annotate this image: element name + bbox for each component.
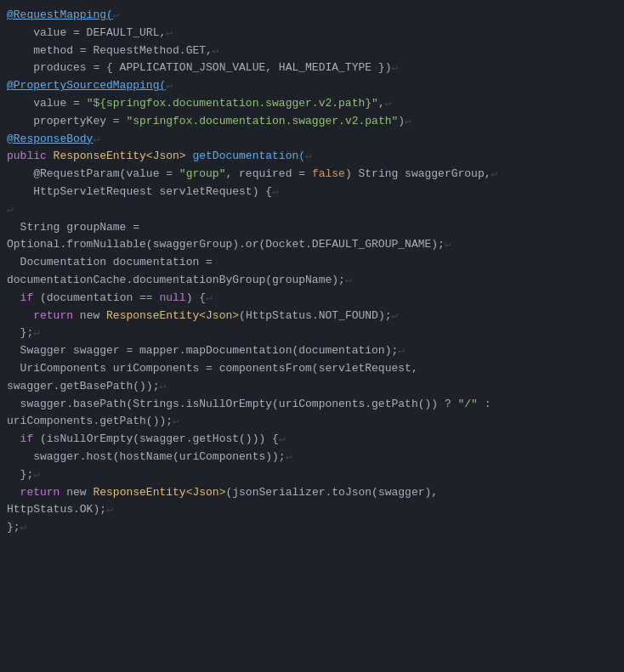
code-line-2: value = DEFAULT_URL,↵ (0, 25, 624, 42)
code-line-26: swagger.host(hostName(uriComponents));↵ (0, 449, 624, 466)
code-line-19: };↵ (0, 325, 624, 342)
code-line-27: };↵ (0, 466, 624, 484)
code-line-18: return new ResponseEntity<Json>(HttpStat… (0, 308, 624, 325)
code-editor: @RequestMapping(↵ value = DEFAULT_URL,↵ … (0, 0, 624, 544)
code-line-5: @PropertySourcedMapping(↵ (0, 77, 624, 95)
code-line-25: if (isNullOrEmpty(swagger.getHost())) {↵ (0, 431, 624, 449)
code-line-11: HttpServletRequest servletRequest) {↵ (0, 184, 624, 201)
code-line-1: @RequestMapping(↵ (0, 7, 624, 25)
code-line-22: swagger.getBasePath());↵ (0, 378, 624, 396)
code-line-3: method = RequestMethod.GET,↵ (0, 42, 624, 60)
code-line-23: swagger.basePath(Strings.isNullOrEmpty(u… (0, 396, 624, 414)
code-line-7: propertyKey = "springfox.documentation.s… (0, 113, 624, 131)
code-line-8: @ResponseBody↵ (0, 131, 624, 149)
code-line-29: HttpStatus.OK);↵ (0, 501, 624, 519)
code-line-24: uriComponents.getPath());↵ (0, 413, 624, 431)
code-line-9: public ResponseEntity<Json> getDocumenta… (0, 148, 624, 166)
newline-char: ↵ (113, 8, 120, 21)
annotation-property-sourced-mapping: @PropertySourcedMapping( (7, 79, 166, 92)
annotation-response-body: @ResponseBody (7, 133, 93, 145)
code-line-20: Swagger swagger = mapper.mapDocumentatio… (0, 342, 624, 360)
code-line-12: ↵ (0, 201, 624, 219)
code-line-17: if (documentation == null) {↵ (0, 290, 624, 308)
code-line-15: Documentation documentation = (0, 254, 624, 272)
code-line-16: documentationCache.documentationByGroup(… (0, 272, 624, 290)
code-line-28: return new ResponseEntity<Json>(jsonSeri… (0, 484, 624, 502)
code-line-30: };↵ (0, 519, 624, 537)
code-line-14: Optional.fromNullable(swaggerGroup).or(D… (0, 236, 624, 254)
code-line-13: String groupName = (0, 219, 624, 237)
code-line-6: value = "${springfox.documentation.swagg… (0, 95, 624, 113)
code-line-21: UriComponents uriComponents = components… (0, 360, 624, 378)
code-line-4: produces = { APPLICATION_JSON_VALUE, HAL… (0, 59, 624, 77)
code-line-10: @RequestParam(value = "group", required … (0, 166, 624, 184)
annotation-request-mapping: @RequestMapping( (7, 8, 113, 21)
